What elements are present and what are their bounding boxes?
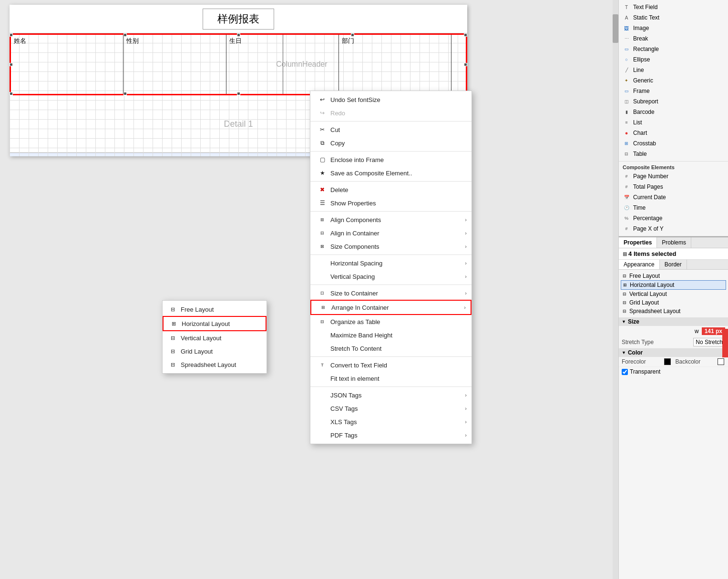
maximize-band-icon [318, 331, 327, 339]
layout-item-free[interactable]: ⊟ Free Layout [621, 272, 726, 280]
col-header-gender[interactable]: 性别 [123, 35, 226, 94]
menu-enclose-label: Enclose into Frame [330, 156, 384, 163]
menu-convert-text[interactable]: T Convert to Text Field [310, 358, 472, 372]
tab-problems[interactable]: Problems [657, 237, 691, 248]
menu-organize-table-label: Organize as Table [330, 318, 380, 325]
menu-enclose[interactable]: ▢ Enclose into Frame [310, 153, 472, 166]
menu-align-container[interactable]: ⊟ Align in Container › [310, 226, 472, 240]
panel-item-line-label: Line [633, 67, 644, 73]
panel-item-table[interactable]: ⊟ Table [619, 149, 728, 159]
menu-maximize-band[interactable]: Maximize Band Height [310, 328, 472, 342]
menu-json-tags[interactable]: JSON Tags › [310, 388, 472, 402]
menu-undo[interactable]: ↩ Undo Set fontSize [310, 93, 472, 106]
col-header-name[interactable]: 姓名 [11, 35, 123, 94]
layout-item-grid[interactable]: ⊟ Grid Layout [621, 298, 726, 307]
panel-item-page-x-of-y-label: Page X of Y [633, 225, 664, 232]
panel-item-percentage[interactable]: % Percentage [619, 213, 728, 223]
context-menu: ↩ Undo Set fontSize ↪ Redo ✂ Cut ⧉ Copy [310, 91, 472, 444]
json-tags-icon [318, 391, 327, 399]
menu-cut[interactable]: ✂ Cut [310, 123, 472, 136]
panel-item-time[interactable]: 🕐 Time [619, 203, 728, 213]
menu-size-to-container[interactable]: ⊡ Size to Container › [310, 286, 472, 300]
menu-align-components[interactable]: ⊞ Align Components › [310, 213, 472, 226]
menu-arrange-in-container[interactable]: ⊞ Arrange In Container › [310, 300, 472, 315]
submenu-free-layout[interactable]: ⊟ Free Layout [163, 303, 267, 316]
size-components-icon: ⊠ [318, 242, 327, 251]
menu-fit-text[interactable]: Fit text in element [310, 372, 472, 385]
enclose-icon: ▢ [318, 155, 327, 164]
menu-csv-tags[interactable]: CSV Tags › [310, 402, 472, 415]
panel-item-break[interactable]: ⋯ Break [619, 33, 728, 44]
panel-item-page-number[interactable]: # Page Number [619, 171, 728, 182]
submenu-spreadsheet-layout[interactable]: ⊟ Spreadsheet Layout [163, 358, 267, 371]
sep7 [310, 356, 472, 357]
image-icon: 🖼 [623, 24, 630, 32]
forecolor-swatch[interactable] [664, 358, 671, 365]
menu-organize-table[interactable]: ⊟ Organize as Table [310, 315, 472, 328]
panel-item-ellipse[interactable]: ○ Ellipse [619, 54, 728, 65]
menu-arrange-in-container-label: Arrange In Container [331, 304, 389, 311]
menu-size-components[interactable]: ⊠ Size Components › [310, 240, 472, 253]
menu-stretch-content[interactable]: Stretch To Content [310, 342, 472, 355]
generic-icon: ✦ [623, 77, 630, 84]
free-layout-label: Free Layout [181, 306, 214, 313]
panel-item-crosstab[interactable]: ⊞ Crosstab [619, 138, 728, 149]
size-section-label: Size [628, 318, 639, 325]
column-header-band[interactable]: 姓名 性别 生日 ColumnHeader 部门 [10, 33, 467, 95]
backcolor-label: Backcolor [676, 358, 718, 365]
panel-item-line[interactable]: ╱ Line [619, 65, 728, 75]
layout-item-horizontal[interactable]: ⊞ Horizontal Layout [621, 280, 726, 290]
menu-pdf-tags[interactable]: PDF Tags › [310, 428, 472, 442]
panel-item-ellipse-label: Ellipse [633, 56, 650, 63]
panel-item-static-text[interactable]: A Static Text [619, 12, 728, 23]
scrollbar-thumb[interactable] [613, 14, 618, 43]
menu-copy-label: Copy [330, 140, 345, 147]
menu-delete[interactable]: ✖ Delete [310, 183, 472, 196]
panel-item-chart[interactable]: ● Chart [619, 128, 728, 138]
transparent-checkbox[interactable] [622, 369, 628, 375]
horizontal-layout-panel-label: Horizontal Layout [630, 282, 674, 288]
align-components-arrow: › [465, 217, 467, 223]
submenu-grid-layout[interactable]: ⊟ Grid Layout [163, 345, 267, 358]
menu-convert-text-label: Convert to Text Field [330, 362, 387, 369]
layout-item-spreadsheet[interactable]: ⊟ Spreadsheet Layout [621, 307, 726, 315]
col-gender-label: 性别 [126, 37, 139, 44]
menu-copy[interactable]: ⧉ Copy [310, 136, 472, 150]
menu-v-spacing[interactable]: Vertical Spacing › [310, 270, 472, 283]
tab-border[interactable]: Border [660, 260, 687, 269]
menu-save-composite[interactable]: ★ Save as Composite Element.. [310, 166, 472, 180]
panel-item-rectangle[interactable]: ▭ Rectangle [619, 44, 728, 54]
stretch-type-value[interactable]: No Stretch [693, 338, 725, 346]
submenu-horizontal-layout[interactable]: ⊞ Horizontal Layout [163, 316, 267, 331]
col-name-label: 姓名 [14, 37, 26, 44]
panel-item-page-x-of-y[interactable]: # Page X of Y [619, 223, 728, 234]
panel-item-barcode[interactable]: ▮ Barcode [619, 107, 728, 117]
menu-stretch-content-label: Stretch To Content [330, 345, 381, 352]
layout-item-vertical[interactable]: ⊟ Vertical Layout [621, 290, 726, 298]
menu-show-props[interactable]: ☰ Show Properties [310, 196, 472, 210]
menu-h-spacing[interactable]: Horizontal Spacing › [310, 256, 472, 270]
list-icon: ≡ [623, 119, 630, 126]
selection-handle-tm1 [123, 33, 127, 37]
canvas-scrollbar[interactable] [613, 0, 618, 579]
horizontal-layout-icon: ⊞ [169, 319, 178, 328]
panel-item-subreport[interactable]: ◫ Subreport [619, 96, 728, 107]
panel-item-list[interactable]: ≡ List [619, 117, 728, 128]
vertical-layout-icon: ⊟ [168, 334, 177, 342]
tab-properties[interactable]: Properties [619, 237, 657, 248]
col-header-dob[interactable]: 生日 ColumnHeader [226, 35, 339, 94]
panel-item-frame[interactable]: ▭ Frame [619, 86, 728, 96]
panel-item-text-field[interactable]: T Text Field [619, 2, 728, 12]
tab-appearance[interactable]: Appearance [619, 260, 660, 269]
menu-size-components-label: Size Components [330, 243, 379, 250]
col-header-dept[interactable]: 部门 [339, 35, 466, 94]
panel-item-image[interactable]: 🖼 Image [619, 23, 728, 33]
panel-item-current-date[interactable]: 📅 Current Date [619, 192, 728, 203]
frame-icon: ▭ [623, 87, 630, 95]
menu-xls-tags[interactable]: XLS Tags › [310, 415, 472, 428]
props-tabs: Properties Problems [619, 237, 728, 248]
backcolor-swatch[interactable] [718, 358, 724, 365]
submenu-vertical-layout[interactable]: ⊟ Vertical Layout [163, 331, 267, 345]
panel-item-generic[interactable]: ✦ Generic [619, 75, 728, 86]
panel-item-total-pages[interactable]: # Total Pages [619, 182, 728, 192]
